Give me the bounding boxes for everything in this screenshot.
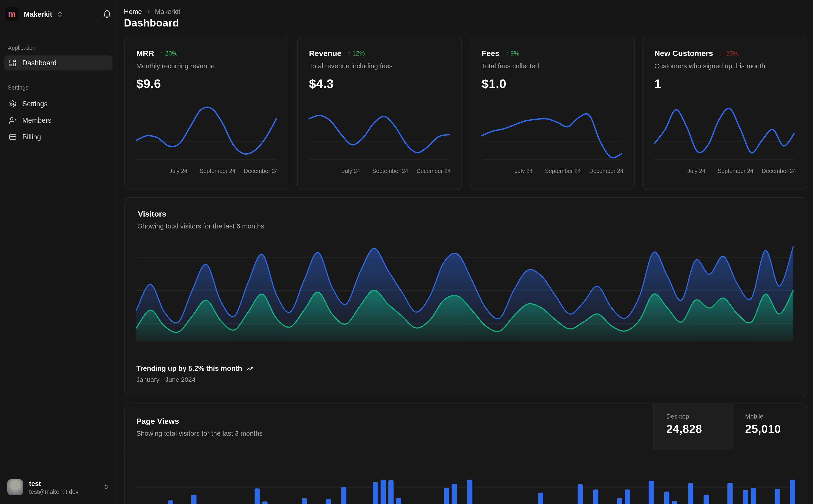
page-title: Dashboard bbox=[124, 17, 179, 29]
stat-value: $4.3 bbox=[309, 77, 450, 91]
section-label-settings: Settings bbox=[8, 85, 28, 91]
chevrons-up-down-icon bbox=[103, 484, 109, 490]
arrow-down-icon: ↓ bbox=[719, 50, 723, 57]
trend-badge: ↓-25% bbox=[719, 50, 739, 57]
page-views-bar-chart[interactable] bbox=[136, 450, 795, 504]
stat-card-new-customers: New Customers ↓-25% Customers who signed… bbox=[643, 37, 807, 190]
x-axis: July 24 September 24 December 24 bbox=[136, 168, 276, 176]
dashboard-app: m Makerkit Application Dashboard Setting… bbox=[0, 0, 813, 504]
customers-sparkline-chart bbox=[654, 101, 794, 165]
sidebar-item-billing[interactable]: Billing bbox=[4, 130, 112, 145]
gear-icon bbox=[9, 100, 17, 108]
sidebar-item-settings[interactable]: Settings bbox=[4, 96, 112, 111]
stat-card-fees: Fees ↑9% Total fees collected $1.0 July … bbox=[470, 37, 635, 190]
visitors-trend-text: Trending up by 5.2% this month bbox=[136, 365, 242, 372]
revenue-sparkline-chart bbox=[309, 101, 449, 165]
stat-value: 1 bbox=[654, 77, 795, 91]
trend-badge: ↑9% bbox=[506, 50, 519, 57]
page-views-header: Page Views Showing total visitors for th… bbox=[125, 404, 807, 450]
arrow-up-icon: ↑ bbox=[348, 50, 351, 57]
trend-badge: ↑12% bbox=[348, 50, 365, 57]
stat-title: Revenue bbox=[309, 49, 341, 58]
user-name: test bbox=[29, 479, 78, 487]
page-views-card: Page Views Showing total visitors for th… bbox=[124, 403, 807, 504]
arrow-up-icon: ↑ bbox=[506, 50, 509, 57]
stat-card-revenue: Revenue ↑12% Total revenue including fee… bbox=[297, 37, 462, 190]
arrow-up-icon: ↑ bbox=[160, 50, 163, 57]
tab-value: 25,010 bbox=[745, 423, 808, 436]
tab-label: Desktop bbox=[666, 413, 732, 420]
tab-label: Mobile bbox=[745, 413, 808, 420]
visitors-card: Visitors Showing total visitors for the … bbox=[124, 197, 807, 396]
sidebar-item-dashboard[interactable]: Dashboard bbox=[4, 56, 112, 71]
breadcrumb: Home Makerkit bbox=[124, 8, 180, 16]
credit-card-icon bbox=[9, 133, 17, 141]
workspace-name: Makerkit bbox=[24, 10, 52, 18]
stat-subtitle: Monthly recurring revenue bbox=[136, 62, 278, 70]
visitors-footer: Trending up by 5.2% this month January -… bbox=[136, 365, 254, 383]
stat-subtitle: Total fees collected bbox=[482, 62, 623, 70]
x-axis: July 24 September 24 December 24 bbox=[482, 168, 622, 176]
x-axis: July 24 September 24 December 24 bbox=[654, 168, 794, 176]
tab-value: 24,828 bbox=[666, 423, 732, 436]
tab-mobile[interactable]: Mobile 25,010 bbox=[732, 404, 808, 450]
stat-title: Fees bbox=[482, 49, 499, 58]
user-menu[interactable]: test test@makerkit.dev bbox=[4, 475, 112, 499]
chevron-right-icon bbox=[145, 9, 151, 15]
fees-sparkline-chart bbox=[482, 101, 622, 165]
page-views-subtitle: Showing total visitors for the last 3 mo… bbox=[136, 430, 263, 437]
sidebar-item-members[interactable]: Members bbox=[4, 113, 112, 128]
sidebar-item-label: Members bbox=[22, 117, 51, 124]
bell-icon bbox=[103, 10, 112, 19]
section-label-application: Application bbox=[8, 45, 36, 51]
breadcrumb-home-link[interactable]: Home bbox=[124, 8, 142, 16]
sidebar-item-label: Dashboard bbox=[22, 59, 56, 67]
visitors-subtitle: Showing total visitors for the last 6 mo… bbox=[138, 222, 794, 230]
user-email: test@makerkit.dev bbox=[29, 488, 78, 494]
tab-desktop[interactable]: Desktop 24,828 bbox=[654, 404, 732, 450]
sidebar: m Makerkit Application Dashboard Setting… bbox=[0, 0, 117, 504]
chart-gridline bbox=[136, 487, 795, 488]
stat-subtitle: Customers who signed up this month bbox=[654, 62, 795, 70]
trend-badge: ↑20% bbox=[160, 50, 177, 57]
stat-title: MRR bbox=[136, 49, 154, 58]
makerkit-logo: m bbox=[5, 7, 19, 21]
stat-value: $9.6 bbox=[136, 77, 278, 91]
x-axis: July 24 September 24 December 24 bbox=[309, 168, 449, 176]
stat-card-mrr: MRR ↑20% Monthly recurring revenue $9.6 … bbox=[124, 37, 289, 190]
workspace-selector[interactable] bbox=[56, 11, 63, 17]
visitors-area-chart[interactable] bbox=[136, 239, 793, 342]
dashboard-icon bbox=[9, 59, 17, 67]
sidebar-item-label: Settings bbox=[22, 100, 48, 108]
page-views-title: Page Views bbox=[136, 416, 263, 425]
visitors-date-range: January - June 2024 bbox=[136, 376, 254, 383]
stat-subtitle: Total revenue including fees bbox=[309, 62, 450, 70]
chevrons-up-down-icon bbox=[56, 11, 63, 17]
stat-value: $1.0 bbox=[482, 77, 623, 91]
stat-title: New Customers bbox=[654, 49, 713, 58]
mrr-sparkline-chart bbox=[136, 101, 276, 165]
visitors-title: Visitors bbox=[138, 209, 794, 218]
trending-up-icon bbox=[246, 365, 254, 372]
breadcrumb-current[interactable]: Makerkit bbox=[155, 8, 180, 16]
sidebar-item-label: Billing bbox=[22, 133, 41, 141]
users-icon bbox=[9, 117, 17, 124]
notifications-button[interactable] bbox=[103, 10, 112, 19]
user-avatar bbox=[7, 479, 23, 495]
